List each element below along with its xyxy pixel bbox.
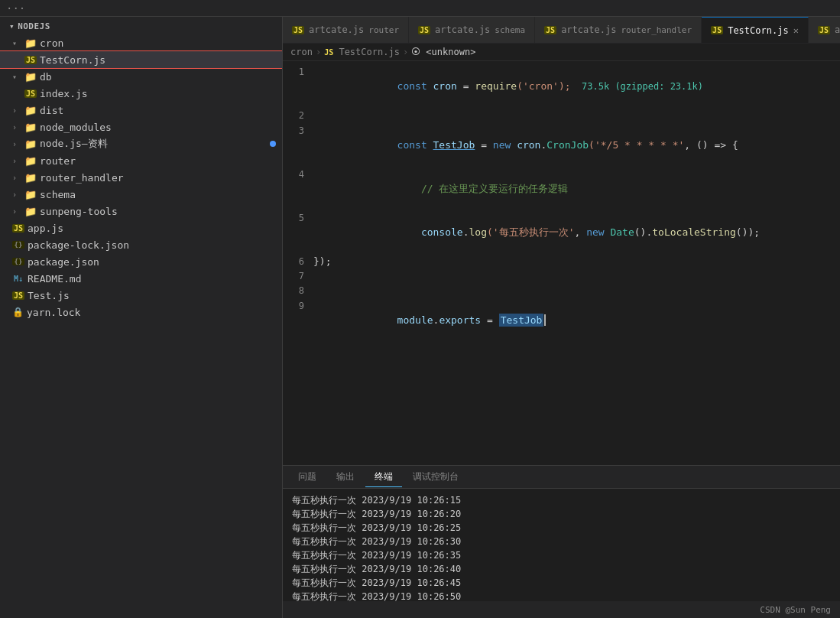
folder-icon: 📁 <box>24 155 37 167</box>
tab-label: 问题 <box>298 471 316 482</box>
folder-label: dist <box>40 105 63 116</box>
file-label: package-lock.json <box>28 239 129 251</box>
tab-context: router <box>368 25 399 35</box>
file-readme[interactable]: M↓ README.md <box>0 270 282 287</box>
folder-db[interactable]: ▾ 📁 db <box>0 68 282 85</box>
line-code: // 在这里定义要运行的任务逻辑 <box>313 167 840 210</box>
tab-label: artcate.js <box>561 24 616 35</box>
editor-terminal-split: 1 const cron = require('cron'); 73.5k (g… <box>283 61 840 618</box>
chevron-right-icon: › <box>12 106 21 115</box>
tab-label: app.js <box>835 24 840 35</box>
line-code: const cron = require('cron'); 73.5k (gzi… <box>313 64 840 109</box>
terminal-line: 每五秒执行一次 2023/9/19 10:26:40 <box>292 562 831 576</box>
more-icon[interactable]: ··· <box>6 2 25 15</box>
terminal-line: 每五秒执行一次 2023/9/19 10:26:20 <box>292 507 831 521</box>
code-line: 8 <box>283 284 840 298</box>
line-number: 7 <box>283 269 313 284</box>
folder-icon: 📁 <box>24 189 37 200</box>
file-label: TestCorn.js <box>40 54 105 66</box>
folder-icon: 📁 <box>24 105 37 116</box>
file-label: index.js <box>40 88 88 99</box>
code-line: 3 const TestJob = new cron.CronJob('*/5 … <box>283 123 840 167</box>
tab-label: artcate.js <box>435 24 490 35</box>
line-number: 4 <box>283 168 313 182</box>
file-testcorn[interactable]: JS TestCorn.js <box>0 51 282 68</box>
code-line: 7 <box>283 269 840 284</box>
line-number: 1 <box>283 65 313 80</box>
tab-artcate-schema[interactable]: JS artcate.js schema <box>409 17 535 44</box>
chevron-right-icon: › <box>12 207 21 216</box>
terminal-line: 每五秒执行一次 2023/9/19 10:26:15 <box>292 493 831 507</box>
tab-context: schema <box>495 25 525 35</box>
line-number: 6 <box>283 255 313 269</box>
tab-terminal[interactable]: 终端 <box>365 467 402 487</box>
line-number: 9 <box>283 299 313 314</box>
file-test[interactable]: JS Test.js <box>0 287 282 304</box>
code-line: 4 // 在这里定义要运行的任务逻辑 <box>283 167 840 210</box>
chevron-right-icon: › <box>12 190 21 199</box>
chevron-right-icon: › <box>12 174 21 182</box>
file-label: README.md <box>28 273 81 285</box>
file-app[interactable]: JS app.js <box>0 220 282 236</box>
tab-testcorn[interactable]: JS TestCorn.js ✕ <box>702 17 809 44</box>
file-package-json[interactable]: {} package.json <box>0 253 282 270</box>
json-icon: {} <box>12 258 24 265</box>
js-icon: JS <box>24 89 37 98</box>
folder-sunpeng-tools[interactable]: › 📁 sunpeng-tools <box>0 203 282 220</box>
tab-debug-console[interactable]: 调试控制台 <box>404 467 468 486</box>
tab-close-button[interactable]: ✕ <box>793 25 799 36</box>
folder-label: sunpeng-tools <box>40 206 118 217</box>
tab-problems[interactable]: 问题 <box>289 467 326 486</box>
file-yarn-lock[interactable]: 🔒 yarn.lock <box>0 304 282 320</box>
terminal-line: 每五秒执行一次 2023/9/19 10:26:25 <box>292 521 831 535</box>
file-index[interactable]: JS index.js <box>0 85 282 102</box>
folder-router-handler[interactable]: › 📁 router_handler <box>0 169 282 186</box>
tab-label: 调试控制台 <box>413 471 459 482</box>
code-editor[interactable]: 1 const cron = require('cron'); 73.5k (g… <box>283 61 840 465</box>
terminal-line: 每五秒执行一次 2023/9/19 10:26:35 <box>292 548 831 562</box>
folder-router[interactable]: › 📁 router <box>0 152 282 169</box>
tabs-bar: JS artcate.js router JS artcate.js schem… <box>283 17 840 44</box>
folder-dist[interactable]: › 📁 dist <box>0 102 282 119</box>
tab-label: TestCorn.js <box>728 25 788 36</box>
line-number: 3 <box>283 124 313 138</box>
terminal-content: 每五秒执行一次 2023/9/19 10:26:15 每五秒执行一次 2023/… <box>283 489 840 601</box>
terminal-line: 每五秒执行一次 2023/9/19 10:26:50 <box>292 590 831 601</box>
editor-area: JS artcate.js router JS artcate.js schem… <box>283 17 840 618</box>
code-line: 1 const cron = require('cron'); 73.5k (g… <box>283 64 840 109</box>
js-icon: JS <box>12 291 24 300</box>
code-line: 5 console.log('每五秒执行一次', new Date().toLo… <box>283 210 840 254</box>
folder-icon: 📁 <box>24 206 37 217</box>
section-label: NODEJS <box>18 21 50 31</box>
chevron-right-icon: › <box>12 140 21 148</box>
folder-schema[interactable]: › 📁 schema <box>0 186 282 203</box>
tab-artcate-router-handler[interactable]: JS artcate.js router_handler <box>535 17 702 44</box>
breadcrumb-sep-1: › <box>316 47 321 57</box>
terminal-line: 每五秒执行一次 2023/9/19 10:26:45 <box>292 576 831 590</box>
folder-label: db <box>40 71 52 83</box>
line-number: 2 <box>283 109 313 123</box>
folder-nodejs-material[interactable]: › 📁 node.js—资料 <box>0 135 282 152</box>
tab-label: 终端 <box>375 471 393 482</box>
folder-icon: 📁 <box>24 71 37 83</box>
file-label: Test.js <box>28 290 70 301</box>
line-code: const TestJob = new cron.CronJob('*/5 * … <box>313 123 840 167</box>
tab-output[interactable]: 输出 <box>327 467 364 486</box>
terminal-footer: CSDN @Sun Peng <box>283 601 840 618</box>
folder-label: router <box>40 155 76 167</box>
line-number: 5 <box>283 211 313 226</box>
folder-label: node.js—资料 <box>40 137 108 151</box>
tab-artcate-router[interactable]: JS artcate.js router <box>283 17 409 44</box>
file-label: app.js <box>28 223 63 234</box>
nodejs-section[interactable]: ▾ NODEJS <box>0 18 282 34</box>
sidebar-header-icons: ··· <box>6 2 25 15</box>
title-bar: ··· <box>0 0 840 17</box>
tab-label: artcate.js <box>309 24 364 35</box>
line-code: console.log('每五秒执行一次', new Date().toLoca… <box>313 210 840 254</box>
lock-icon: 🔒 <box>12 307 24 317</box>
tab-context: router_handler <box>621 25 692 35</box>
file-package-lock[interactable]: {} package-lock.json <box>0 236 282 253</box>
tab-app[interactable]: JS app.js ✕ <box>809 17 840 44</box>
folder-cron[interactable]: ▾ 📁 cron <box>0 34 282 51</box>
folder-node-modules[interactable]: › 📁 node_modules <box>0 119 282 135</box>
